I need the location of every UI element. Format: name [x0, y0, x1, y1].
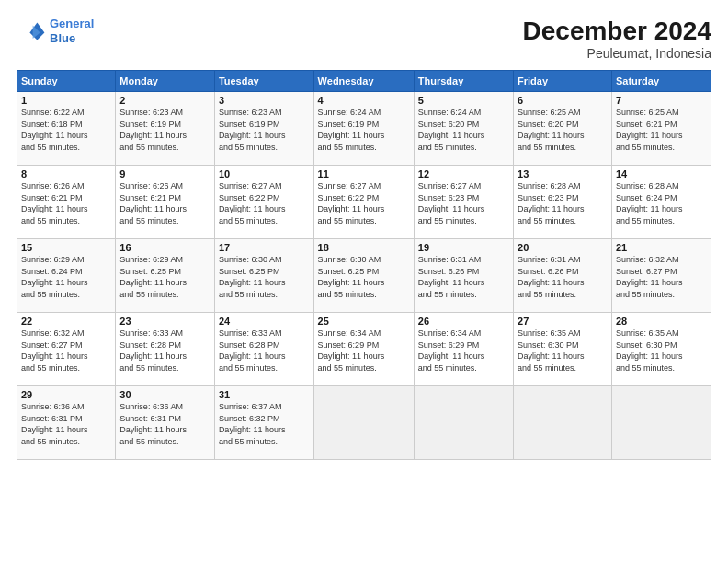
day-info: Sunrise: 6:31 AM Sunset: 6:26 PM Dayligh…: [418, 254, 509, 300]
day-number: 9: [119, 168, 210, 179]
day-number: 28: [616, 316, 707, 327]
week-row-4: 22Sunrise: 6:32 AM Sunset: 6:27 PM Dayli…: [17, 313, 711, 386]
calendar-cell: 22Sunrise: 6:32 AM Sunset: 6:27 PM Dayli…: [17, 313, 116, 386]
day-number: 2: [119, 95, 210, 106]
day-number: 29: [21, 389, 111, 400]
day-number: 22: [21, 316, 111, 327]
day-info: Sunrise: 6:31 AM Sunset: 6:26 PM Dayligh…: [518, 254, 608, 300]
calendar-cell: 15Sunrise: 6:29 AM Sunset: 6:24 PM Dayli…: [17, 239, 116, 313]
day-number: 12: [418, 168, 509, 179]
day-info: Sunrise: 6:24 AM Sunset: 6:19 PM Dayligh…: [318, 107, 410, 153]
calendar-cell: [611, 386, 711, 460]
day-number: 8: [21, 168, 111, 179]
day-number: 24: [219, 316, 310, 327]
day-info: Sunrise: 6:22 AM Sunset: 6:18 PM Dayligh…: [21, 107, 111, 153]
day-info: Sunrise: 6:35 AM Sunset: 6:30 PM Dayligh…: [518, 327, 608, 373]
day-headers-row: SundayMondayTuesdayWednesdayThursdayFrid…: [17, 71, 711, 92]
day-number: 5: [418, 95, 509, 106]
calendar-cell: 3Sunrise: 6:23 AM Sunset: 6:19 PM Daylig…: [214, 92, 313, 166]
day-header-thursday: Thursday: [414, 71, 513, 92]
header: General Blue December 2024 Peuleumat, In…: [17, 17, 711, 61]
calendar-cell: 11Sunrise: 6:27 AM Sunset: 6:22 PM Dayli…: [313, 166, 414, 239]
day-number: 4: [318, 95, 410, 106]
title-block: December 2024 Peuleumat, Indonesia: [523, 17, 711, 61]
day-info: Sunrise: 6:32 AM Sunset: 6:27 PM Dayligh…: [21, 327, 111, 373]
day-info: Sunrise: 6:27 AM Sunset: 6:23 PM Dayligh…: [418, 180, 509, 226]
day-info: Sunrise: 6:28 AM Sunset: 6:24 PM Dayligh…: [616, 180, 707, 226]
day-info: Sunrise: 6:24 AM Sunset: 6:20 PM Dayligh…: [418, 107, 509, 153]
calendar-cell: 17Sunrise: 6:30 AM Sunset: 6:25 PM Dayli…: [214, 239, 313, 313]
day-info: Sunrise: 6:32 AM Sunset: 6:27 PM Dayligh…: [616, 254, 707, 300]
subtitle: Peuleumat, Indonesia: [523, 46, 711, 61]
day-number: 3: [219, 95, 310, 106]
calendar-cell: 18Sunrise: 6:30 AM Sunset: 6:25 PM Dayli…: [313, 239, 414, 313]
day-number: 13: [518, 168, 608, 179]
day-number: 17: [219, 242, 310, 253]
calendar-cell: [414, 386, 513, 460]
logo-blue: Blue: [50, 31, 75, 45]
week-row-1: 1Sunrise: 6:22 AM Sunset: 6:18 PM Daylig…: [17, 92, 711, 166]
day-info: Sunrise: 6:30 AM Sunset: 6:25 PM Dayligh…: [318, 254, 410, 300]
day-info: Sunrise: 6:23 AM Sunset: 6:19 PM Dayligh…: [219, 107, 310, 153]
calendar-cell: 1Sunrise: 6:22 AM Sunset: 6:18 PM Daylig…: [17, 92, 116, 166]
day-number: 26: [418, 316, 509, 327]
day-info: Sunrise: 6:33 AM Sunset: 6:28 PM Dayligh…: [219, 327, 310, 373]
day-info: Sunrise: 6:25 AM Sunset: 6:20 PM Dayligh…: [518, 107, 608, 153]
day-number: 6: [518, 95, 608, 106]
calendar-cell: 5Sunrise: 6:24 AM Sunset: 6:20 PM Daylig…: [414, 92, 513, 166]
day-number: 18: [318, 242, 410, 253]
calendar-cell: 30Sunrise: 6:36 AM Sunset: 6:31 PM Dayli…: [116, 386, 215, 460]
calendar-cell: 13Sunrise: 6:28 AM Sunset: 6:23 PM Dayli…: [514, 166, 612, 239]
week-row-5: 29Sunrise: 6:36 AM Sunset: 6:31 PM Dayli…: [17, 386, 711, 460]
day-number: 1: [21, 95, 111, 106]
day-number: 11: [318, 168, 410, 179]
day-info: Sunrise: 6:27 AM Sunset: 6:22 PM Dayligh…: [318, 180, 410, 226]
calendar-cell: 27Sunrise: 6:35 AM Sunset: 6:30 PM Dayli…: [514, 313, 612, 386]
day-number: 31: [219, 389, 310, 400]
calendar-cell: [313, 386, 414, 460]
calendar-cell: 12Sunrise: 6:27 AM Sunset: 6:23 PM Dayli…: [414, 166, 513, 239]
day-header-monday: Monday: [116, 71, 215, 92]
calendar-body: 1Sunrise: 6:22 AM Sunset: 6:18 PM Daylig…: [17, 92, 711, 460]
calendar-cell: 2Sunrise: 6:23 AM Sunset: 6:19 PM Daylig…: [116, 92, 215, 166]
day-header-wednesday: Wednesday: [313, 71, 414, 92]
page: General Blue December 2024 Peuleumat, In…: [0, 0, 728, 563]
day-header-tuesday: Tuesday: [214, 71, 313, 92]
calendar-header: SundayMondayTuesdayWednesdayThursdayFrid…: [17, 71, 711, 92]
day-info: Sunrise: 6:30 AM Sunset: 6:25 PM Dayligh…: [219, 254, 310, 300]
main-title: December 2024: [523, 17, 711, 46]
day-info: Sunrise: 6:29 AM Sunset: 6:25 PM Dayligh…: [119, 254, 210, 300]
day-number: 21: [616, 242, 707, 253]
day-info: Sunrise: 6:25 AM Sunset: 6:21 PM Dayligh…: [616, 107, 707, 153]
day-number: 20: [518, 242, 608, 253]
day-info: Sunrise: 6:37 AM Sunset: 6:32 PM Dayligh…: [219, 401, 310, 447]
calendar-cell: 10Sunrise: 6:27 AM Sunset: 6:22 PM Dayli…: [214, 166, 313, 239]
day-number: 27: [518, 316, 608, 327]
day-number: 25: [318, 316, 410, 327]
day-number: 19: [418, 242, 509, 253]
day-info: Sunrise: 6:33 AM Sunset: 6:28 PM Dayligh…: [119, 327, 210, 373]
day-info: Sunrise: 6:26 AM Sunset: 6:21 PM Dayligh…: [119, 180, 210, 226]
calendar-cell: 16Sunrise: 6:29 AM Sunset: 6:25 PM Dayli…: [116, 239, 215, 313]
calendar-cell: 29Sunrise: 6:36 AM Sunset: 6:31 PM Dayli…: [17, 386, 116, 460]
day-number: 14: [616, 168, 707, 179]
day-number: 16: [119, 242, 210, 253]
day-number: 15: [21, 242, 111, 253]
calendar-cell: 20Sunrise: 6:31 AM Sunset: 6:26 PM Dayli…: [514, 239, 612, 313]
calendar-cell: 7Sunrise: 6:25 AM Sunset: 6:21 PM Daylig…: [611, 92, 711, 166]
calendar-cell: 23Sunrise: 6:33 AM Sunset: 6:28 PM Dayli…: [116, 313, 215, 386]
logo-text: General Blue: [50, 17, 94, 45]
day-info: Sunrise: 6:36 AM Sunset: 6:31 PM Dayligh…: [119, 401, 210, 447]
day-info: Sunrise: 6:23 AM Sunset: 6:19 PM Dayligh…: [119, 107, 210, 153]
day-info: Sunrise: 6:26 AM Sunset: 6:21 PM Dayligh…: [21, 180, 111, 226]
day-info: Sunrise: 6:34 AM Sunset: 6:29 PM Dayligh…: [318, 327, 410, 373]
day-info: Sunrise: 6:29 AM Sunset: 6:24 PM Dayligh…: [21, 254, 111, 300]
calendar-cell: 19Sunrise: 6:31 AM Sunset: 6:26 PM Dayli…: [414, 239, 513, 313]
calendar-cell: 31Sunrise: 6:37 AM Sunset: 6:32 PM Dayli…: [214, 386, 313, 460]
calendar-cell: 26Sunrise: 6:34 AM Sunset: 6:29 PM Dayli…: [414, 313, 513, 386]
calendar-cell: 9Sunrise: 6:26 AM Sunset: 6:21 PM Daylig…: [116, 166, 215, 239]
day-info: Sunrise: 6:36 AM Sunset: 6:31 PM Dayligh…: [21, 401, 111, 447]
day-number: 10: [219, 168, 310, 179]
week-row-2: 8Sunrise: 6:26 AM Sunset: 6:21 PM Daylig…: [17, 166, 711, 239]
day-number: 23: [119, 316, 210, 327]
